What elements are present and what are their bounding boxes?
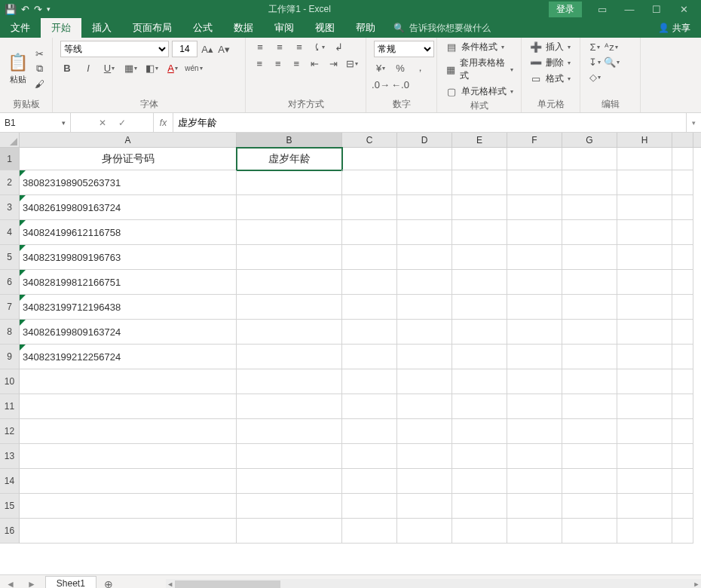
- ribbon-display-icon[interactable]: ▭: [589, 4, 615, 15]
- redo-icon[interactable]: ↷: [34, 4, 42, 15]
- tab-view[interactable]: 视图: [305, 18, 345, 38]
- cell[interactable]: [452, 170, 507, 195]
- cell[interactable]: [397, 220, 452, 245]
- table-row[interactable]: 8340826199809163724: [0, 320, 701, 345]
- cell[interactable]: [617, 295, 672, 320]
- sheet-tab[interactable]: Sheet1: [45, 576, 96, 588]
- table-row[interactable]: 11: [0, 394, 701, 419]
- table-row[interactable]: 2380823198905263731: [0, 170, 701, 195]
- align-middle-icon[interactable]: ≡: [273, 41, 286, 53]
- name-box[interactable]: B1▾: [0, 113, 71, 132]
- find-icon[interactable]: 🔍▾: [605, 56, 618, 68]
- cell[interactable]: [237, 345, 342, 369]
- cell[interactable]: [237, 220, 342, 245]
- cell[interactable]: [562, 170, 617, 195]
- cell[interactable]: [507, 494, 562, 519]
- close-icon[interactable]: ✕: [671, 4, 696, 15]
- cell[interactable]: [562, 394, 617, 419]
- cell[interactable]: [397, 444, 452, 469]
- cell[interactable]: [397, 195, 452, 220]
- qat-more-icon[interactable]: ▾: [47, 5, 51, 13]
- table-row[interactable]: 16: [0, 519, 701, 544]
- cell[interactable]: [617, 170, 672, 195]
- grow-font-icon[interactable]: A▴: [201, 43, 214, 55]
- col-header-H[interactable]: H: [617, 133, 672, 147]
- indent-dec-icon[interactable]: ⇤: [309, 57, 322, 69]
- cell[interactable]: [452, 494, 507, 519]
- cell[interactable]: [342, 270, 397, 295]
- table-row[interactable]: 7340823199712196438: [0, 295, 701, 320]
- tab-home[interactable]: 开始: [41, 18, 81, 38]
- cell[interactable]: [562, 469, 617, 494]
- cell[interactable]: [507, 345, 562, 369]
- cell[interactable]: [342, 469, 397, 494]
- percent-icon[interactable]: %: [393, 62, 407, 74]
- cell[interactable]: [617, 469, 672, 494]
- cell[interactable]: [237, 519, 342, 544]
- cell[interactable]: [507, 170, 562, 195]
- cell[interactable]: [507, 444, 562, 469]
- cell[interactable]: [562, 369, 617, 394]
- row-header[interactable]: 16: [0, 519, 20, 544]
- cell[interactable]: 身份证号码: [20, 148, 237, 170]
- cell[interactable]: [20, 369, 237, 394]
- table-format-button[interactable]: ▦套用表格格式▾: [445, 57, 513, 82]
- cell[interactable]: [617, 148, 672, 170]
- cell[interactable]: [672, 519, 693, 544]
- cell[interactable]: [452, 369, 507, 394]
- cell[interactable]: 340823199212256724: [20, 345, 237, 369]
- cell[interactable]: [237, 419, 342, 444]
- maximize-icon[interactable]: ☐: [644, 4, 669, 15]
- cell[interactable]: [397, 148, 452, 170]
- cell[interactable]: [507, 245, 562, 270]
- cell[interactable]: [342, 195, 397, 220]
- cell[interactable]: [20, 444, 237, 469]
- cell[interactable]: [507, 270, 562, 295]
- cell[interactable]: [672, 469, 693, 494]
- row-header[interactable]: 9: [0, 345, 20, 369]
- cell[interactable]: 340828199812166751: [20, 270, 237, 295]
- cell[interactable]: [672, 295, 693, 320]
- cell[interactable]: [397, 245, 452, 270]
- align-top-icon[interactable]: ≡: [253, 41, 267, 53]
- cell[interactable]: [237, 494, 342, 519]
- table-row[interactable]: 15: [0, 494, 701, 519]
- phonetic-icon[interactable]: wén▾: [187, 62, 201, 74]
- cell[interactable]: [617, 419, 672, 444]
- row-header[interactable]: 2: [0, 170, 20, 195]
- cell[interactable]: [617, 245, 672, 270]
- cell[interactable]: [397, 345, 452, 369]
- cell[interactable]: [672, 220, 693, 245]
- cell[interactable]: [617, 369, 672, 394]
- cell[interactable]: [452, 444, 507, 469]
- shrink-font-icon[interactable]: A▾: [217, 43, 231, 55]
- cell[interactable]: [237, 369, 342, 394]
- cell[interactable]: [452, 469, 507, 494]
- clear-icon[interactable]: ◇▾: [588, 71, 602, 83]
- col-header-B[interactable]: B: [237, 133, 342, 147]
- cell[interactable]: [397, 270, 452, 295]
- cell[interactable]: [452, 320, 507, 345]
- cell[interactable]: [452, 295, 507, 320]
- paste-button[interactable]: 📋 粘贴: [8, 53, 28, 85]
- tab-review[interactable]: 审阅: [264, 18, 305, 38]
- cell[interactable]: [342, 369, 397, 394]
- cell[interactable]: [397, 469, 452, 494]
- cell[interactable]: [342, 394, 397, 419]
- cell[interactable]: [672, 270, 693, 295]
- cell[interactable]: [452, 245, 507, 270]
- comma-icon[interactable]: ，: [413, 62, 427, 74]
- cell[interactable]: [562, 270, 617, 295]
- cell[interactable]: [397, 369, 452, 394]
- row-header[interactable]: 3: [0, 195, 20, 220]
- undo-icon[interactable]: ↶: [21, 4, 29, 15]
- table-row[interactable]: 12: [0, 419, 701, 444]
- tab-data[interactable]: 数据: [223, 18, 264, 38]
- login-button[interactable]: 登录: [549, 2, 582, 17]
- cell[interactable]: [562, 295, 617, 320]
- cell[interactable]: [452, 345, 507, 369]
- sheet-nav-right-icon[interactable]: ►: [21, 579, 42, 589]
- cell[interactable]: [397, 519, 452, 544]
- cell[interactable]: [672, 444, 693, 469]
- cell[interactable]: [342, 444, 397, 469]
